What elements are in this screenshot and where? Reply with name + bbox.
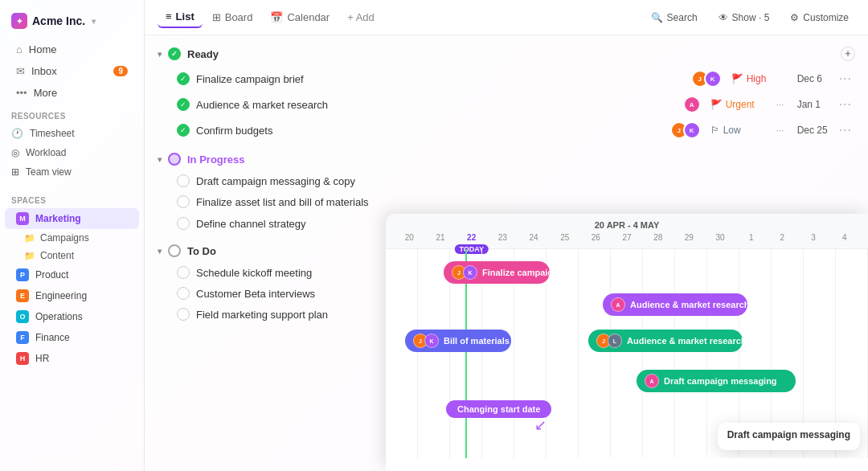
table-row[interactable]: Draft campaign messaging & copy: [148, 170, 865, 191]
sidebar-item-engineering[interactable]: E Engineering: [5, 285, 139, 306]
table-row[interactable]: ✓ Audience & market research A 🚩 Urgent …: [148, 92, 865, 117]
table-row[interactable]: Finalize asset list and bill of material…: [148, 191, 865, 212]
avatar: K: [424, 334, 439, 348]
show-label: Show · 5: [732, 12, 770, 23]
app-logo[interactable]: ✦ Acme Inc. ▾: [0, 10, 144, 39]
avatar: K: [463, 265, 477, 280]
gantt-date-cell: 27: [612, 233, 643, 242]
gantt-bar[interactable]: AAudience & market research: [603, 293, 747, 316]
drag-arrow: ↙: [534, 416, 547, 434]
more-options-button[interactable]: ···: [839, 72, 852, 86]
tooltip-title: Draft campaign messaging: [727, 429, 850, 440]
app-name: Acme Inc.: [32, 14, 85, 27]
timesheet-icon: 🕐: [11, 128, 23, 139]
task-status[interactable]: [177, 217, 190, 230]
gantt-title: 20 APR - 4 MAY: [386, 220, 868, 233]
sidebar-item-teamview[interactable]: ⊞ Team view: [0, 162, 144, 182]
gantt-bar[interactable]: JKBill of materials: [405, 330, 511, 352]
gantt-bar[interactable]: ADraft campaign messaging: [637, 370, 796, 392]
hr-avatar: H: [16, 352, 29, 365]
gantt-date-cell: 21: [425, 233, 457, 242]
sidebar-item-hr[interactable]: H HR: [5, 348, 139, 369]
add-group-button[interactable]: +: [841, 47, 855, 61]
priority-flag: 🏳 Low: [710, 125, 767, 136]
task-status-done[interactable]: ✓: [177, 98, 190, 111]
priority-flag: 🚩 High: [731, 73, 788, 84]
gantt-bar[interactable]: JKFinalize campaign brief: [444, 261, 550, 284]
board-icon: ⊞: [212, 11, 221, 23]
gantt-date-cell: 25: [549, 233, 580, 242]
sidebar-item-content[interactable]: 📁 Content: [0, 247, 144, 264]
due-date: Dec 6: [797, 73, 829, 84]
add-button[interactable]: + Add: [339, 6, 383, 28]
sidebar-item-finance[interactable]: F Finance: [5, 327, 139, 348]
folder-icon: 📁: [24, 233, 35, 244]
bar-label: Finalize campaign brief: [482, 268, 550, 277]
customize-button[interactable]: ⚙ Customize: [784, 8, 855, 27]
sidebar-item-workload[interactable]: ◎ Workload: [0, 143, 144, 162]
more-options-button[interactable]: ···: [839, 97, 852, 112]
gear-icon: ⚙: [790, 12, 799, 23]
status-icon-ready: ✓: [168, 47, 181, 60]
bar-label: Audience & market research: [627, 336, 743, 346]
toolbar: ≡ List ⊞ Board 📅 Calendar + Add 🔍 Search…: [145, 0, 868, 35]
gantt-grid-col: [643, 249, 675, 458]
inbox-icon: ✉: [16, 65, 25, 77]
gantt-body: JKFinalize campaign briefAAudience & mar…: [386, 249, 868, 458]
gantt-date-cell: 1: [735, 233, 767, 242]
tab-label: List: [176, 10, 194, 23]
sidebar-item-product[interactable]: P Product: [5, 264, 139, 285]
task-status[interactable]: [177, 195, 190, 208]
sidebar-item-inbox[interactable]: ✉ Inbox 9: [5, 60, 139, 82]
sidebar-item-label: Operations: [35, 311, 83, 322]
show-button[interactable]: 👁 Show · 5: [712, 8, 776, 27]
table-row[interactable]: ✓ Confirm budgets J K 🏳 Low ··· Dec 25 ·…: [148, 117, 865, 143]
tab-list[interactable]: ≡ List: [158, 6, 203, 28]
search-label: Search: [667, 12, 698, 23]
search-button[interactable]: 🔍 Search: [645, 8, 704, 27]
bar-avatar-group: A: [611, 297, 625, 312]
sidebar-item-label: Team view: [26, 166, 72, 178]
sidebar-item-home[interactable]: ⌂ Home: [5, 39, 139, 60]
show-icon: 👁: [719, 12, 728, 23]
avatar-group: J K: [670, 121, 701, 139]
gantt-date-cell: 20: [394, 233, 425, 242]
group-label-in-progress: In Progress: [187, 154, 245, 166]
tab-calendar[interactable]: 📅 Calendar: [262, 6, 338, 28]
gantt-grid-col: [547, 249, 579, 458]
task-name: Confirm budgets: [196, 125, 664, 137]
task-status[interactable]: [177, 287, 190, 300]
task-status[interactable]: [177, 174, 190, 187]
task-status[interactable]: [177, 308, 190, 321]
search-icon: 🔍: [651, 12, 663, 23]
sidebar-item-marketing[interactable]: M Marketing: [5, 208, 139, 229]
more-options-button[interactable]: ···: [839, 123, 852, 137]
bar-avatar-group: JL: [596, 334, 622, 348]
gantt-date-cell: 26: [580, 233, 612, 242]
sidebar-item-label: Home: [29, 43, 57, 55]
group-toggle-in-progress[interactable]: ▾: [158, 155, 162, 164]
bar-avatar-group: A: [645, 374, 659, 388]
bar-avatar-group: JK: [452, 265, 477, 280]
gantt-dates: 202122TODAY23242526272829301234: [386, 233, 868, 242]
tab-board[interactable]: ⊞ Board: [204, 6, 261, 28]
sidebar-item-label: Product: [35, 269, 68, 281]
task-status-done[interactable]: ✓: [177, 124, 190, 137]
sidebar-item-label: Marketing: [35, 213, 81, 224]
sidebar-item-label: Finance: [35, 332, 70, 343]
group-toggle-ready[interactable]: ▾: [158, 50, 162, 59]
home-icon: ⌂: [16, 43, 23, 55]
sidebar-item-label: Timesheet: [30, 128, 75, 139]
sidebar-item-more[interactable]: ••• More: [5, 82, 139, 104]
group-toggle-todo[interactable]: ▾: [158, 247, 162, 256]
sidebar-item-timesheet[interactable]: 🕐 Timesheet: [0, 124, 144, 143]
gantt-chart: 20 APR - 4 MAY 202122TODAY23242526272829…: [386, 214, 868, 471]
avatar: K: [683, 121, 701, 139]
more-icon: •••: [16, 87, 27, 99]
sidebar-item-campaigns[interactable]: 📁 Campaigns: [0, 229, 144, 247]
sidebar-item-label: Campaigns: [40, 232, 89, 244]
gantt-bar[interactable]: JLAudience & market research: [588, 330, 743, 352]
table-row[interactable]: ✓ Finalize campaign brief J K 🚩 High Dec…: [148, 66, 865, 92]
sidebar-item-operations[interactable]: O Operations: [5, 306, 139, 327]
task-status[interactable]: [177, 266, 190, 279]
